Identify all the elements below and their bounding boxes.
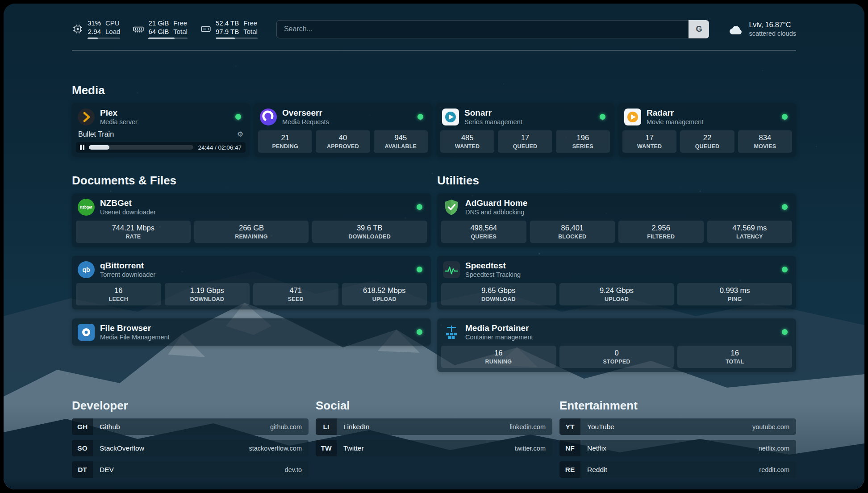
bookmark-abbr: RE bbox=[559, 461, 580, 478]
cpu-load-label: Load bbox=[105, 27, 120, 36]
status-dot bbox=[600, 114, 605, 120]
playback-progress-bar[interactable] bbox=[89, 145, 193, 150]
cpu-percent-label: CPU bbox=[105, 19, 120, 27]
portainer-service-link[interactable]: Media Portainer Container management bbox=[441, 322, 792, 342]
cloud-icon bbox=[728, 23, 744, 35]
stat-blocked: 86,401 BLOCKED bbox=[530, 221, 615, 243]
filebrowser-service-link[interactable]: File Browser Media File Management bbox=[76, 322, 427, 342]
stat-download: 1.19 Gbps DOWNLOAD bbox=[165, 283, 250, 305]
stat-pending: 21 PENDING bbox=[258, 130, 312, 153]
middle-section-grid: Documents & Files nzbget NZBGet Usenet d… bbox=[72, 174, 796, 372]
stat-latency: 47.569 ms LATENCY bbox=[707, 221, 793, 243]
service-title: qBittorrent bbox=[100, 261, 155, 270]
bookmark-reddit[interactable]: RE Reddit reddit.com bbox=[559, 461, 796, 478]
stat-wanted: 17 WANTED bbox=[622, 130, 676, 153]
stat-downloaded: 39.6 TB DOWNLOADED bbox=[312, 221, 427, 243]
bookmarks-grid: Developer GH Github github.com SO StackO… bbox=[72, 399, 796, 478]
service-subtitle: Container management bbox=[465, 334, 533, 341]
service-stats: 16 LEECH 1.19 Gbps DOWNLOAD 471 SEED 6 bbox=[76, 279, 427, 305]
service-subtitle: Torrent downloader bbox=[100, 271, 155, 278]
memory-total-value: 64 GiB bbox=[148, 27, 169, 36]
filebrowser-icon bbox=[78, 324, 95, 341]
status-dot bbox=[782, 267, 788, 272]
bookmark-url: youtube.com bbox=[752, 423, 789, 430]
bookmark-netflix[interactable]: NF Netflix netflix.com bbox=[559, 440, 796, 456]
topbar: 31% 2.94 CPU Load bbox=[72, 19, 796, 39]
service-card-sonarr: Sonarr Series management 485 WANTED 17 Q… bbox=[436, 103, 614, 157]
disk-icon bbox=[200, 23, 212, 35]
search-input[interactable] bbox=[276, 20, 689, 38]
service-subtitle: Usenet downloader bbox=[100, 209, 156, 216]
qbittorrent-service-link[interactable]: qb qBittorrent Torrent downloader bbox=[76, 260, 427, 279]
section-title-entertainment: Entertainment bbox=[559, 399, 796, 412]
adguard-service-link[interactable]: AdGuard Home DNS and adblocking bbox=[441, 197, 792, 217]
disk-free-value: 52.4 TB bbox=[216, 19, 239, 27]
stat-rate: 744.21 Mbps RATE bbox=[76, 221, 191, 243]
bookmark-name: LinkedIn bbox=[343, 423, 370, 431]
cpu-widget: 31% 2.94 CPU Load bbox=[72, 19, 120, 39]
stat-ping: 0.993 ms PING bbox=[677, 283, 792, 305]
plex-icon bbox=[78, 109, 95, 125]
bookmark-abbr: TW bbox=[316, 440, 337, 456]
disk-usage-bar bbox=[216, 38, 258, 39]
overseerr-service-link[interactable]: Overseerr Media Requests bbox=[258, 107, 428, 126]
status-dot bbox=[782, 204, 788, 210]
service-title: Media Portainer bbox=[465, 323, 533, 333]
bookmark-abbr: NF bbox=[559, 440, 580, 456]
bookmark-linkedin[interactable]: LI LinkedIn linkedin.com bbox=[316, 418, 552, 435]
memory-usage-bar bbox=[148, 38, 188, 39]
stat-seed: 471 SEED bbox=[253, 283, 338, 305]
bookmark-abbr: LI bbox=[316, 418, 337, 435]
stat-series: 196 SERIES bbox=[556, 130, 610, 153]
status-dot bbox=[417, 329, 422, 335]
nzbget-service-link[interactable]: nzbget NZBGet Usenet downloader bbox=[76, 197, 427, 217]
stat-queries: 498,564 QUERIES bbox=[441, 221, 526, 243]
qbittorrent-icon: qb bbox=[78, 261, 95, 278]
bookmark-url: netflix.com bbox=[759, 445, 789, 452]
service-title: AdGuard Home bbox=[465, 198, 527, 208]
section-title-documents: Documents & Files bbox=[72, 174, 431, 187]
service-subtitle: Media File Management bbox=[100, 334, 170, 341]
portainer-icon bbox=[443, 324, 460, 341]
bookmark-name: Reddit bbox=[587, 466, 607, 474]
bookmark-youtube[interactable]: YT YouTube youtube.com bbox=[559, 418, 796, 435]
now-playing-title: Bullet Train bbox=[78, 130, 114, 138]
search-engine-button[interactable]: G bbox=[689, 20, 709, 38]
sonarr-service-link[interactable]: Sonarr Series management bbox=[440, 107, 610, 126]
service-subtitle: Media server bbox=[100, 118, 138, 125]
memory-free-label: Free bbox=[173, 19, 188, 27]
playback-time: 24:44 / 02:06:47 bbox=[198, 144, 242, 151]
overseerr-icon bbox=[260, 109, 277, 125]
disk-widget: 52.4 TB 97.9 TB Free Total bbox=[200, 19, 258, 39]
plex-service-link[interactable]: Plex Media server bbox=[76, 107, 246, 126]
service-title: Radarr bbox=[647, 108, 703, 117]
bookmarks-developer: Developer GH Github github.com SO StackO… bbox=[72, 399, 309, 478]
stat-total: 16 TOTAL bbox=[677, 346, 792, 368]
stat-upload: 9.24 Gbps UPLOAD bbox=[559, 283, 674, 305]
service-title: Speedtest bbox=[465, 261, 521, 270]
service-stats: 17 WANTED 22 QUEUED 834 MOVIES bbox=[622, 126, 792, 153]
service-subtitle: Series management bbox=[464, 118, 522, 125]
bookmark-twitter[interactable]: TW Twitter twitter.com bbox=[316, 440, 552, 456]
service-card-overseerr: Overseerr Media Requests 21 PENDING 40 A… bbox=[254, 103, 432, 157]
bookmark-dev[interactable]: DT DEV dev.to bbox=[72, 461, 309, 478]
documents-column: Documents & Files nzbget NZBGet Usenet d… bbox=[72, 174, 431, 346]
weather-widget: Lviv, 16.87°C scattered clouds bbox=[728, 21, 796, 38]
service-subtitle: Speedtest Tracking bbox=[465, 271, 521, 278]
bookmark-github[interactable]: GH Github github.com bbox=[72, 418, 309, 435]
radarr-service-link[interactable]: Radarr Movie management bbox=[622, 107, 792, 126]
service-card-plex: Plex Media server Bullet Train ⚙ 24:44 /… bbox=[72, 103, 250, 157]
settings-gear-icon[interactable]: ⚙ bbox=[237, 130, 243, 138]
stat-wanted: 485 WANTED bbox=[440, 130, 494, 153]
topbar-divider bbox=[72, 50, 796, 50]
section-title-media: Media bbox=[72, 84, 796, 97]
pause-button[interactable] bbox=[80, 145, 84, 150]
dashboard-content: 31% 2.94 CPU Load bbox=[4, 19, 864, 478]
search-bar: G bbox=[276, 20, 709, 38]
memory-free-value: 21 GiB bbox=[148, 19, 169, 27]
stat-queued: 22 QUEUED bbox=[680, 130, 734, 153]
speedtest-service-link[interactable]: Speedtest Speedtest Tracking bbox=[441, 260, 792, 279]
bookmark-stackoverflow[interactable]: SO StackOverflow stackoverflow.com bbox=[72, 440, 309, 456]
sonarr-icon bbox=[442, 109, 459, 125]
status-dot bbox=[417, 114, 423, 120]
